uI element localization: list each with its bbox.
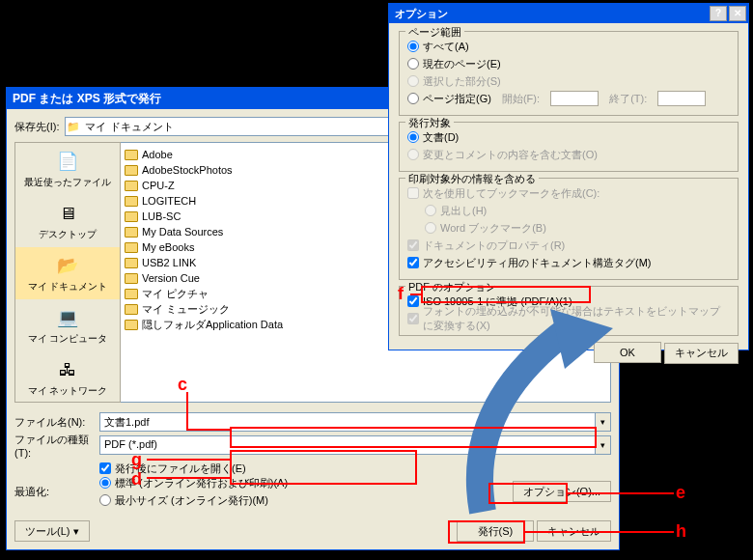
folder-icon: [125, 227, 138, 238]
folder-icon: [125, 196, 138, 207]
annotation-d: d: [131, 469, 142, 490]
folder-icon: [125, 165, 138, 176]
publish-target-group: 発行対象 文書(D) 変更とコメントの内容を含む文書(O): [399, 122, 739, 172]
folder-icon: [125, 211, 138, 222]
range-all-radio[interactable]: すべて(A): [407, 38, 730, 55]
annotation-g: g: [131, 450, 142, 470]
save-to-label: 保存先(I):: [14, 120, 59, 134]
folder-icon: [125, 258, 138, 268]
accessibility-check[interactable]: アクセシビリティ用のドキュメント構造タグ(M): [407, 254, 730, 271]
annotation-f: f: [398, 284, 404, 304]
optimize-label: 最適化:: [14, 485, 94, 499]
close-button[interactable]: ✕: [729, 6, 746, 21]
opt-cancel-button[interactable]: キャンセル: [664, 343, 739, 364]
places-bar: 📄最近使ったファイル 🖥デスクトップ 📂マイ ドキュメント 💻マイ コンピュータ…: [14, 142, 121, 403]
from-input[interactable]: [550, 91, 599, 106]
place-mydocs[interactable]: 📂マイ ドキュメント: [15, 247, 120, 299]
annotation-e: e: [676, 483, 685, 503]
svg-marker-0: [550, 309, 613, 369]
folder-icon: [125, 289, 138, 299]
options-title: オプション: [395, 7, 448, 21]
tool-button[interactable]: ツール(L) ▾: [14, 520, 90, 542]
range-selection-radio: 選択した部分(S): [407, 72, 730, 90]
optimize-min-radio[interactable]: 最小サイズ (オンライン発行)(M): [99, 491, 507, 509]
nonprint-group: 印刷対象外の情報を含める 次を使用してブックマークを作成(C): 見出し(H) …: [399, 178, 739, 280]
options-dialog: オプション ? ✕ ページ範囲 すべて(A) 現在のページ(E) 選択した部分(…: [388, 3, 749, 350]
folder-icon: [125, 181, 138, 191]
range-current-radio[interactable]: 現在のページ(E): [407, 55, 730, 72]
folder-icon: [125, 150, 138, 160]
optimize-standard-radio[interactable]: 標準 (オンライン発行および印刷)(A): [99, 474, 507, 491]
headings-radio: 見出し(H): [407, 202, 730, 219]
filename-label: ファイル名(N):: [14, 415, 94, 430]
place-desktop[interactable]: 🖥デスクトップ: [15, 195, 120, 247]
folder-icon: [125, 242, 138, 253]
range-pages-radio[interactable]: ページ指定(G) 開始(F): 終了(T):: [407, 90, 730, 107]
callout-arrow: [454, 299, 647, 531]
to-input[interactable]: [657, 91, 706, 106]
filetype-label: ファイルの種類(T):: [14, 433, 94, 459]
annotation-h: h: [676, 521, 686, 542]
bookmarks-check: 次を使用してブックマークを作成(C):: [407, 184, 730, 202]
page-range-group: ページ範囲 すべて(A) 現在のページ(E) 選択した部分(S) ページ指定(G…: [399, 31, 739, 116]
place-recent[interactable]: 📄最近使ったファイル: [15, 143, 120, 195]
help-button[interactable]: ?: [710, 6, 727, 21]
wordbm-radio: Word ブックマーク(B): [407, 219, 730, 237]
annotation-c: c: [178, 375, 187, 395]
docprops-check: ドキュメントのプロパティ(R): [407, 237, 730, 254]
target-markup-radio: 変更とコメントの内容を含む文書(O): [407, 146, 730, 163]
target-document-radio[interactable]: 文書(D): [407, 128, 730, 146]
folder-icon: [125, 273, 138, 284]
place-network[interactable]: 🖧マイ ネットワーク: [15, 351, 120, 404]
place-mycomputer[interactable]: 💻マイ コンピュータ: [15, 299, 120, 351]
folder-icon: [125, 304, 138, 315]
folder-icon: [125, 320, 138, 330]
